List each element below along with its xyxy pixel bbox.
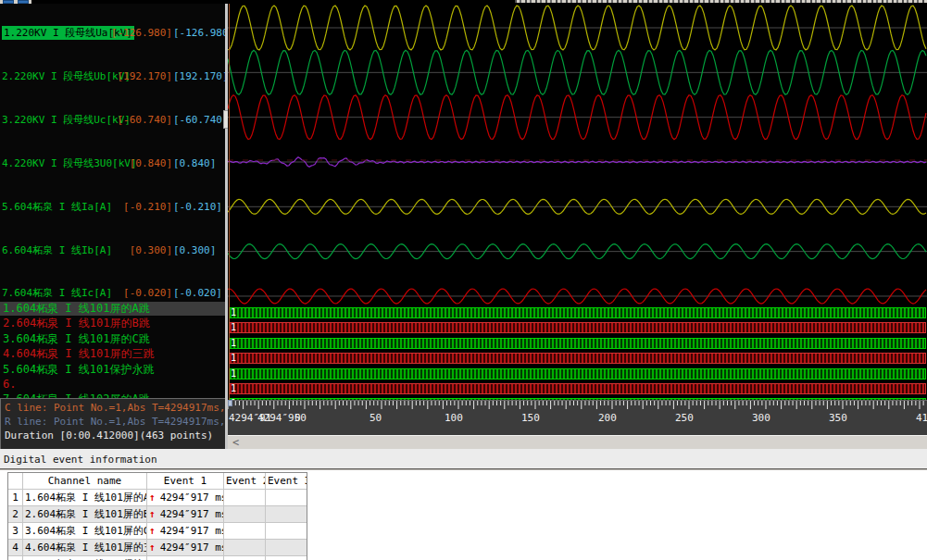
cursor-value: [-0.020] (123, 286, 172, 300)
c-cursor-line[interactable] (229, 4, 230, 400)
axis-tick-label: 100 (445, 412, 463, 424)
r-cursor-value: [-0.210] (173, 200, 222, 214)
fault-record-viewer-window: 1.220KV I 段母线Ua[kV][-126.980][-126.980]2… (0, 0, 927, 560)
digital-waveform-area[interactable]: 1111111 (228, 305, 927, 400)
analog-waveform-area[interactable] (228, 4, 927, 305)
event3-cell (265, 506, 307, 522)
digital-channel-row[interactable]: 3.604柘泉 I 线101屏的C跳 (0, 332, 225, 346)
row-number-cell: 2 (8, 506, 22, 522)
event-table-row[interactable]: 33.604柘泉 I 线101屏的C跳↑4294″917 ms (8, 522, 307, 539)
event2-cell (223, 523, 265, 539)
digital-channel-row[interactable]: 4.604柘泉 I 线101屏的三跳 (0, 347, 225, 361)
r-cursor-value: [0.840] (173, 156, 216, 170)
event3-cell (265, 490, 307, 505)
digital-state-value: 1 (231, 338, 236, 349)
digital-channel-row[interactable]: 1.604柘泉 I 线101屏的A跳 (0, 302, 225, 316)
analog-channel-label[interactable]: 7.604柘泉 I 线Ic[A] (2, 286, 112, 300)
analog-channel-row[interactable]: 5.604柘泉 I 线Ia[A][-0.210][-0.210] (0, 200, 225, 214)
event-table-row[interactable]: 11.604柘泉 I 线101屏的A跳↑4294″917 ms (8, 489, 307, 505)
digital-state-bar: 1 (230, 338, 926, 349)
axis-tick-label: 410 (916, 412, 927, 424)
channel-name-cell: 3.604柘泉 I 线101屏的C跳 (22, 523, 146, 539)
digital-state-bar: 1 (230, 307, 926, 318)
analog-channel-row[interactable]: 4.220KV I 段母线3U0[kV][0.840][0.840] (0, 156, 225, 170)
digital-state-bar: 1 (230, 368, 926, 380)
time-axis[interactable]: 4294″914294″950050100150200250300350410 (228, 400, 927, 435)
digital-channel-row[interactable]: 5.604柘泉 I 线101保护永跳 (0, 363, 225, 377)
cursor-value: [-60.740] (117, 113, 172, 127)
header-cell: Channel name (22, 473, 146, 489)
digital-channel-label[interactable]: 2.604柘泉 I 线101屏的B跳 (3, 317, 150, 330)
row-number-cell: 4 (8, 540, 22, 555)
axis-tick-label: 150 (521, 412, 540, 424)
digital-channel-row[interactable]: 2.604柘泉 I 线101屏的B跳 (0, 317, 225, 330)
analog-channel-label[interactable]: 4.220KV I 段母线3U0[kV] (2, 156, 137, 170)
row-number-cell: 1 (8, 490, 22, 505)
analog-channel-row[interactable]: 1.220KV I 段母线Ua[kV][-126.980][-126.980] (0, 26, 225, 40)
r-cursor-value: [-0.020] (173, 286, 222, 300)
event1-cell: ↑4294″917 ms (146, 506, 223, 522)
digital-channel-label[interactable]: 3.604柘泉 I 线101屏的C跳 (3, 332, 150, 346)
rising-edge-arrow-icon: ↑ (149, 492, 156, 504)
analog-channel-label[interactable]: 6.604柘泉 I 线Ib[A] (2, 243, 112, 257)
event-table: Channel nameEvent 1Event 2Event 311.604柘… (7, 472, 307, 560)
digital-state-bar: 1 (230, 383, 926, 394)
scroll-left-arrow[interactable]: < (232, 436, 239, 449)
r-cursor-value: [-126.980] (173, 26, 225, 40)
header-cell (8, 473, 22, 489)
axis-tick-label: 300 (752, 412, 770, 424)
digital-state-value: 1 (231, 368, 236, 380)
analog-channel-row[interactable]: 7.604柘泉 I 线Ic[A][-0.020][-0.020] (0, 286, 225, 300)
r-cursor-value: [0.300] (173, 243, 216, 257)
event3-cell (265, 556, 307, 560)
header-cell: Event 1 (146, 473, 223, 489)
header-cell: Event 3 (265, 473, 307, 489)
rising-edge-arrow-icon: ↑ (149, 525, 156, 537)
axis-cursor-marker[interactable] (228, 400, 232, 406)
clipped-title-text (515, 0, 927, 3)
channel-name-cell: 4.604柘泉 I 线101屏的三跳 (22, 540, 146, 555)
event-table-row[interactable]: 55.604柘泉 I 线101保护永跳↑4294″917 ms (8, 555, 307, 560)
analog-channel-row[interactable]: 3.220KV I 段母线Uc[kV][-60.740][-60.740] (0, 113, 225, 127)
digital-event-section: Digital event information Channel nameEv… (0, 449, 927, 560)
cursor-value: [0.300] (130, 243, 172, 257)
cursor-value: [-126.980] (111, 26, 172, 40)
digital-channel-row[interactable]: 6. (0, 378, 225, 392)
event1-cell: ↑4294″917 ms (146, 490, 223, 505)
event1-time: 4294″917 ms (160, 541, 223, 554)
analog-channel-label[interactable]: 5.604柘泉 I 线Ia[A] (2, 200, 112, 214)
cursor-value: [0.840] (130, 156, 172, 170)
event1-cell: ↑4294″917 ms (146, 523, 223, 539)
digital-channel-label[interactable]: 4.604柘泉 I 线101屏的三跳 (3, 347, 154, 361)
axis-tick-label: 250 (675, 412, 694, 424)
axis-tick-label: 0 (294, 412, 301, 424)
rising-edge-arrow-icon: ↑ (149, 508, 156, 520)
section-title: Digital event information (4, 454, 157, 466)
digital-channel-label[interactable]: 6. (3, 378, 16, 392)
analog-channel-row[interactable]: 6.604柘泉 I 线Ib[A][0.300][0.300] (0, 243, 225, 257)
event-table-row[interactable]: 44.604柘泉 I 线101屏的三跳↑4294″917 ms (8, 539, 307, 555)
row-number-cell: 5 (8, 556, 22, 560)
cursor-value: [192.170] (117, 69, 172, 83)
horizontal-scrollbar[interactable]: < (228, 435, 927, 449)
event1-cell: ↑4294″917 ms (146, 556, 223, 560)
digital-channel-label[interactable]: 1.604柘泉 I 线101屏的A跳 (3, 302, 150, 316)
analog-channel-row[interactable]: 2.220KV I 段母线Ub[kV][192.170][192.170] (0, 69, 225, 83)
digital-state-value: 1 (231, 353, 236, 364)
event2-cell (223, 556, 265, 560)
analog-channel-label[interactable]: 3.220KV I 段母线Uc[kV] (2, 113, 131, 127)
rising-edge-arrow-icon: ↑ (149, 541, 156, 554)
channel-name-cell: 1.604柘泉 I 线101屏的A跳 (22, 490, 146, 505)
channel-list-panel: 1.220KV I 段母线Ua[kV][-126.980][-126.980]2… (0, 4, 225, 449)
event-table-row[interactable]: 22.604柘泉 I 线101屏的B跳↑4294″917 ms (8, 505, 307, 522)
digital-state-bar: 1 (230, 322, 926, 333)
cursor-status-bar: C line: Point No.=1,Abs T=4294917ms, Rel… (0, 398, 225, 449)
digital-state-value: 1 (231, 307, 236, 318)
axis-tick-label: 350 (829, 412, 847, 424)
event3-cell (265, 540, 307, 555)
channel-name-cell: 5.604柘泉 I 线101保护永跳 (22, 556, 146, 560)
digital-channel-label[interactable]: 5.604柘泉 I 线101保护永跳 (3, 363, 154, 377)
event1-time: 4294″917 ms (160, 492, 223, 504)
event2-cell (223, 506, 265, 522)
analog-channel-label[interactable]: 2.220KV I 段母线Ub[kV] (2, 69, 131, 83)
